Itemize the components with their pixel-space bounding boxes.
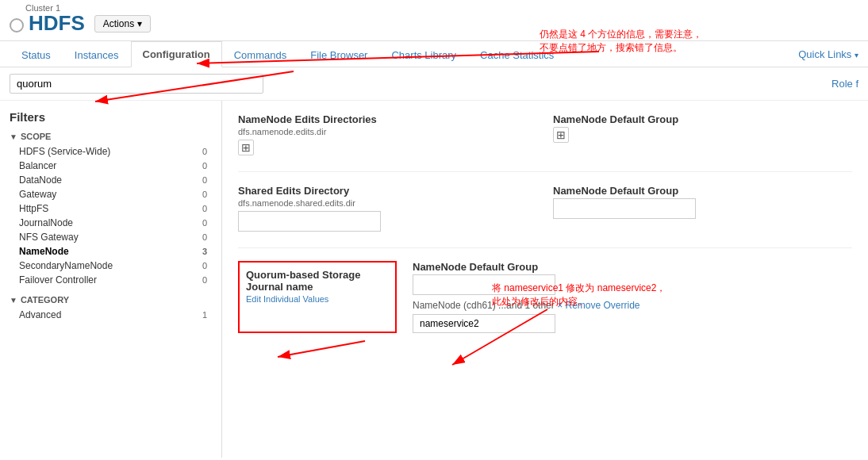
- shared-edits-label: Shared Edits Directory: [238, 185, 537, 197]
- nameservice-input[interactable]: [413, 314, 555, 333]
- category-chevron-icon: ▼: [10, 296, 17, 305]
- quick-links-button[interactable]: Quick Links ▾: [798, 48, 858, 60]
- search-input[interactable]: [10, 74, 263, 94]
- override-other: ...and 1 other: [498, 300, 555, 311]
- sidebar-item-httpfs[interactable]: HttpFS 0: [10, 201, 212, 216]
- config-row-2: Shared Edits Directory dfs.namenode.shar…: [238, 185, 852, 232]
- service-name: HDFS: [29, 11, 85, 36]
- sidebar-item-nfsgateway[interactable]: NFS Gateway 0: [10, 230, 212, 244]
- config-row-1: NameNode Edits Directories dfs.namenode.…: [238, 113, 852, 155]
- actions-button[interactable]: Actions ▾: [94, 15, 151, 33]
- edits-dir-sub: dfs.namenode.edits.dir: [238, 127, 537, 136]
- actions-label: Actions: [103, 18, 134, 29]
- quorum-storage-edit-link[interactable]: Edit Individual Values: [246, 294, 389, 304]
- config-edits-dir: NameNode Edits Directories dfs.namenode.…: [238, 113, 537, 155]
- sidebar-title: Filters: [10, 110, 212, 124]
- shared-edits-input[interactable]: [238, 211, 381, 232]
- search-bar: Role f: [0, 67, 868, 101]
- tab-file-browser[interactable]: File Browser: [298, 42, 379, 67]
- edits-dir-right-label: NameNode Default Group: [553, 113, 852, 125]
- top-bar: Cluster 1 HDFS Actions ▾: [0, 0, 868, 41]
- sidebar-item-advanced[interactable]: Advanced 1: [10, 308, 212, 322]
- config-shared-edits: Shared Edits Directory dfs.namenode.shar…: [238, 185, 537, 232]
- tab-instances[interactable]: Instances: [63, 42, 131, 67]
- config-quorum-storage-right: NameNode Default Group NameNode (cdh61) …: [413, 261, 852, 333]
- role-filter-button[interactable]: Role f: [832, 78, 858, 90]
- tab-charts-library[interactable]: Charts Library: [379, 42, 468, 67]
- remove-override-button[interactable]: × Remove Override: [557, 300, 639, 311]
- quorum-storage-label: Quorum-based Storage Journal name: [246, 269, 389, 293]
- quorum-storage-right-input[interactable]: [413, 274, 555, 295]
- category-section-header[interactable]: ▼ CATEGORY: [10, 295, 212, 305]
- scope-chevron-icon: ▼: [10, 132, 17, 141]
- config-edits-dir-right: NameNode Default Group ⊞: [553, 113, 852, 155]
- cluster-label: Cluster 1: [25, 3, 60, 13]
- tab-cache-statistics[interactable]: Cache Statistics: [468, 42, 566, 67]
- nav-tabs: Status Instances Configuration Commands …: [0, 41, 868, 67]
- category-label: CATEGORY: [21, 295, 69, 305]
- sidebar: Filters ▼ SCOPE HDFS (Service-Wide) 0 Ba…: [0, 101, 222, 458]
- sidebar-item-journalnode[interactable]: JournalNode 0: [10, 216, 212, 230]
- config-content: NameNode Edits Directories dfs.namenode.…: [222, 101, 868, 458]
- config-row-3: Quorum-based Storage Journal name Edit I…: [238, 261, 852, 333]
- quorum-storage-right-label: NameNode Default Group: [413, 261, 852, 273]
- override-host: NameNode (cdh61): [413, 300, 496, 311]
- shared-edits-sub: dfs.namenode.shared.edits.dir: [238, 198, 537, 208]
- shared-edits-right-input[interactable]: [553, 198, 696, 219]
- sidebar-item-balancer[interactable]: Balancer 0: [10, 159, 212, 173]
- config-quorum-storage: Quorum-based Storage Journal name Edit I…: [238, 261, 397, 333]
- page-wrapper: Cluster 1 HDFS Actions ▾ Status Instance…: [0, 0, 868, 460]
- tab-commands[interactable]: Commands: [222, 42, 298, 67]
- quick-links-label: Quick Links: [798, 48, 851, 60]
- sidebar-item-failover-controller[interactable]: Failover Controller 0: [10, 273, 212, 287]
- edits-dir-right-add-button[interactable]: ⊞: [553, 127, 569, 143]
- override-line: NameNode (cdh61) ...and 1 other × Remove…: [413, 300, 852, 311]
- sidebar-item-namenode[interactable]: NameNode 3: [10, 244, 212, 259]
- scope-label: SCOPE: [21, 132, 52, 141]
- sidebar-item-datanode[interactable]: DataNode 0: [10, 173, 212, 187]
- config-shared-edits-right: NameNode Default Group: [553, 185, 852, 232]
- scope-section-header[interactable]: ▼ SCOPE: [10, 132, 212, 141]
- main-content: Filters ▼ SCOPE HDFS (Service-Wide) 0 Ba…: [0, 101, 868, 458]
- actions-caret-icon: ▾: [137, 18, 142, 29]
- sidebar-item-secondary-namenode[interactable]: SecondaryNameNode 0: [10, 259, 212, 273]
- shared-edits-right-label: NameNode Default Group: [553, 185, 852, 197]
- sidebar-item-hdfs[interactable]: HDFS (Service-Wide) 0: [10, 144, 212, 159]
- tab-status[interactable]: Status: [10, 42, 63, 67]
- tab-configuration[interactable]: Configuration: [131, 41, 222, 67]
- service-status-icon: [10, 18, 24, 33]
- quick-links-caret-icon: ▾: [855, 51, 858, 59]
- edits-dir-add-button[interactable]: ⊞: [238, 140, 254, 155]
- sidebar-item-gateway[interactable]: Gateway 0: [10, 187, 212, 201]
- edits-dir-label: NameNode Edits Directories: [238, 113, 537, 125]
